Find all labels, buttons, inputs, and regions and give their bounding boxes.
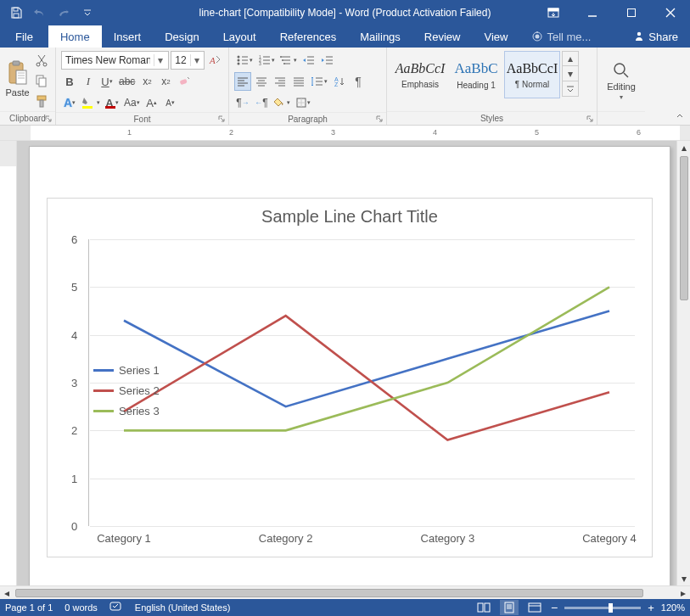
tab-insert[interactable]: Insert <box>102 25 154 48</box>
tab-layout[interactable]: Layout <box>211 25 268 48</box>
read-mode-icon[interactable] <box>474 600 493 615</box>
horizontal-scrollbar[interactable]: ◂ ▸ <box>0 585 690 599</box>
document-area[interactable]: Sample Line Chart Title 0123456Category … <box>17 141 690 585</box>
font-color-icon[interactable]: A▾ <box>104 93 121 112</box>
subscript-icon[interactable]: x2 <box>138 72 155 91</box>
align-right-icon[interactable] <box>272 72 289 91</box>
style-heading-1[interactable]: AaBbC Heading 1 <box>448 51 504 98</box>
ribbon-display-options-icon[interactable] <box>534 0 573 25</box>
rtl-direction-icon[interactable]: ←¶ <box>253 93 270 112</box>
zoom-level[interactable]: 120% <box>661 602 685 613</box>
web-layout-icon[interactable] <box>525 600 544 615</box>
maximize-button[interactable] <box>612 0 651 25</box>
superscript-icon[interactable]: x2 <box>157 72 174 91</box>
style-preview: AaBbCcI <box>395 61 446 76</box>
clear-all-formatting-icon[interactable] <box>176 72 193 91</box>
tab-home[interactable]: Home <box>48 25 102 48</box>
document-workspace: Sample Line Chart Title 0123456Category … <box>0 141 690 585</box>
shrink-font-icon[interactable]: A▾ <box>162 93 179 112</box>
save-icon[interactable] <box>5 2 27 24</box>
chart-object[interactable]: Sample Line Chart Title 0123456Category … <box>47 198 653 557</box>
tab-references[interactable]: References <box>268 25 348 48</box>
undo-icon[interactable] <box>29 2 51 24</box>
vertical-scrollbar[interactable]: ▴ ▾ <box>676 141 690 585</box>
tab-mailings[interactable]: Mailings <box>348 25 412 48</box>
qat-customize-icon[interactable] <box>76 2 98 24</box>
tab-design[interactable]: Design <box>153 25 210 48</box>
svg-rect-19 <box>180 79 188 85</box>
chevron-down-icon[interactable]: ▾ <box>154 54 165 66</box>
show-marks-icon[interactable]: ¶ <box>350 72 367 91</box>
styles-launcher-icon[interactable] <box>585 114 595 124</box>
styles-scroll-up-icon[interactable]: ▴ <box>562 51 579 66</box>
styles-scroll-down-icon[interactable]: ▾ <box>562 66 579 81</box>
multilevel-list-icon[interactable]: ▾ <box>278 51 299 70</box>
tab-file[interactable]: File <box>0 25 48 48</box>
increase-indent-icon[interactable] <box>319 51 336 70</box>
cut-icon[interactable] <box>33 51 50 70</box>
ltr-direction-icon[interactable]: ¶→ <box>234 93 251 112</box>
share-button[interactable]: Share <box>621 25 690 48</box>
zoom-thumb[interactable] <box>609 603 613 613</box>
status-page[interactable]: Page 1 of 1 <box>5 602 53 613</box>
style-emphasis[interactable]: AaBbCcI Emphasis <box>392 51 448 98</box>
bullets-icon[interactable]: ▾ <box>234 51 255 70</box>
styles-expand-icon[interactable] <box>562 81 579 97</box>
paste-button[interactable]: Paste <box>5 51 30 107</box>
line-spacing-icon[interactable]: ▾ <box>309 72 329 91</box>
redo-icon[interactable] <box>53 2 75 24</box>
decrease-indent-icon[interactable] <box>300 51 317 70</box>
shading-icon[interactable]: ▾ <box>272 93 292 112</box>
scroll-up-icon[interactable]: ▴ <box>677 141 691 154</box>
horizontal-ruler[interactable]: 1 2 3 4 5 6 <box>0 126 690 141</box>
tab-view[interactable]: View <box>472 25 519 48</box>
paragraph-launcher-icon[interactable] <box>374 114 384 124</box>
scroll-right-icon[interactable]: ▸ <box>676 586 690 600</box>
numbering-icon[interactable]: 123▾ <box>256 51 277 70</box>
vertical-ruler[interactable] <box>0 141 17 585</box>
tell-me-search[interactable]: Tell me... <box>519 25 603 48</box>
font-name-combo[interactable]: ▾ <box>61 51 169 70</box>
font-size-input[interactable] <box>171 54 190 66</box>
status-language[interactable]: English (United States) <box>135 602 231 613</box>
justify-icon[interactable] <box>290 72 307 91</box>
strikethrough-icon[interactable]: abc <box>117 72 137 91</box>
zoom-in-button[interactable]: + <box>648 602 654 614</box>
chevron-down-icon[interactable]: ▾ <box>190 54 202 66</box>
group-clipboard: Paste Clipboard <box>0 48 56 125</box>
clipboard-launcher-icon[interactable] <box>43 114 53 124</box>
scroll-left-icon[interactable]: ◂ <box>0 586 14 600</box>
zoom-out-button[interactable]: − <box>551 601 558 614</box>
underline-icon[interactable]: U▾ <box>98 72 115 91</box>
page[interactable]: Sample Line Chart Title 0123456Category … <box>29 146 670 585</box>
borders-icon[interactable]: ▾ <box>294 93 312 112</box>
highlight-icon[interactable]: ▾ <box>80 93 102 112</box>
sort-icon[interactable]: AZ <box>331 72 348 91</box>
close-button[interactable] <box>651 0 690 25</box>
align-center-icon[interactable] <box>253 72 270 91</box>
font-launcher-icon[interactable] <box>216 114 227 124</box>
style-normal[interactable]: AaBbCcI ¶ Normal <box>504 51 560 98</box>
text-effects-icon[interactable]: A▾ <box>61 93 78 112</box>
editing-button[interactable]: Editing ▾ <box>603 53 640 109</box>
grow-font-icon[interactable]: A▴ <box>143 93 160 112</box>
minimize-button[interactable] <box>573 0 612 25</box>
bold-icon[interactable]: B <box>61 72 78 91</box>
zoom-slider[interactable] <box>564 607 641 609</box>
font-size-combo[interactable]: ▾ <box>171 51 205 70</box>
align-left-icon[interactable] <box>234 72 251 91</box>
scroll-thumb[interactable] <box>680 156 688 300</box>
scroll-thumb[interactable] <box>15 589 643 597</box>
font-name-input[interactable] <box>62 54 154 66</box>
scroll-down-icon[interactable]: ▾ <box>677 572 691 585</box>
italic-icon[interactable]: I <box>80 72 97 91</box>
print-layout-icon[interactable] <box>500 600 519 615</box>
format-painter-icon[interactable] <box>33 92 50 110</box>
tab-review[interactable]: Review <box>412 25 473 48</box>
status-words[interactable]: 0 words <box>65 602 98 613</box>
change-case-icon[interactable]: Aa▾ <box>122 93 142 112</box>
spell-check-icon[interactable] <box>109 602 123 613</box>
collapse-ribbon-icon[interactable] <box>673 109 687 123</box>
copy-icon[interactable] <box>33 71 50 90</box>
clear-formatting-icon[interactable]: A <box>206 51 223 70</box>
